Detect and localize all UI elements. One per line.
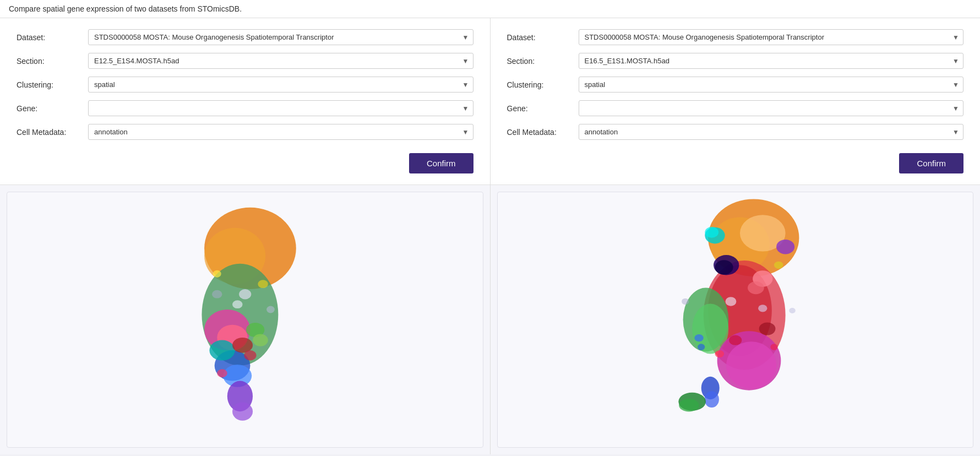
left-cell-metadata-select[interactable]: annotation: [88, 124, 473, 140]
svg-point-19: [258, 280, 268, 288]
left-clustering-select[interactable]: spatial: [88, 77, 473, 93]
right-section-label: Section:: [507, 57, 579, 66]
left-cell-metadata-row: Cell Metadata: annotation ▼: [17, 124, 473, 140]
left-section-label: Section:: [17, 57, 88, 66]
right-gene-select[interactable]: [579, 100, 964, 116]
left-section-select[interactable]: E12.5_E1S4.MOSTA.h5ad: [88, 53, 473, 69]
svg-point-43: [725, 297, 736, 306]
right-visualization-area: [497, 192, 974, 448]
left-gene-label: Gene:: [17, 104, 88, 113]
svg-point-15: [212, 290, 222, 298]
left-clustering-row: Clustering: spatial ▼: [17, 77, 473, 93]
svg-point-10: [253, 334, 268, 346]
right-clustering-select-wrapper: spatial ▼: [579, 77, 964, 93]
left-dataset-select-wrapper: STDS0000058 MOSTA: Mouse Organogenesis S…: [88, 29, 473, 45]
right-dataset-select[interactable]: STDS0000058 MOSTA: Mouse Organogenesis S…: [579, 29, 964, 45]
left-form-section: Dataset: STDS0000058 MOSTA: Mouse Organo…: [0, 18, 490, 185]
right-gene-select-wrapper: ▼: [579, 100, 964, 116]
svg-point-41: [759, 322, 775, 335]
left-clustering-label: Clustering:: [17, 80, 88, 89]
right-embryo-visualization: [622, 192, 849, 447]
svg-point-25: [705, 227, 718, 238]
right-dataset-label: Dataset:: [507, 33, 579, 42]
right-cell-metadata-row: Cell Metadata: annotation ▼: [507, 124, 964, 140]
left-dataset-label: Dataset:: [17, 33, 88, 42]
page-header: Compare spatial gene expression of two d…: [0, 0, 980, 18]
right-panel: Dataset: STDS0000058 MOSTA: Mouse Organo…: [491, 18, 981, 454]
svg-point-16: [266, 306, 275, 313]
left-cell-metadata-label: Cell Metadata:: [17, 128, 88, 137]
left-confirm-row: Confirm: [17, 148, 473, 176]
right-clustering-row: Clustering: spatial ▼: [507, 77, 964, 93]
page-title: Compare spatial gene expression of two d…: [9, 4, 242, 13]
left-dataset-row: Dataset: STDS0000058 MOSTA: Mouse Organo…: [17, 29, 473, 45]
left-section-select-wrapper: E12.5_E1S4.MOSTA.h5ad ▼: [88, 53, 473, 69]
svg-point-7: [209, 340, 235, 361]
right-dataset-select-wrapper: STDS0000058 MOSTA: Mouse Organogenesis S…: [579, 29, 964, 45]
right-cell-metadata-select-wrapper: annotation ▼: [579, 124, 964, 140]
svg-point-14: [232, 402, 253, 420]
svg-point-20: [213, 270, 221, 278]
svg-point-48: [694, 334, 704, 341]
left-panel: Dataset: STDS0000058 MOSTA: Mouse Organo…: [0, 18, 491, 454]
left-gene-row: Gene: ▼: [17, 100, 473, 116]
left-dataset-select[interactable]: STDS0000058 MOSTA: Mouse Organogenesis S…: [88, 29, 473, 45]
svg-point-40: [679, 399, 699, 411]
left-cell-metadata-select-wrapper: annotation ▼: [88, 124, 473, 140]
left-embryo-visualization: [143, 192, 347, 447]
svg-point-26: [776, 240, 794, 254]
right-gene-label: Gene:: [507, 104, 579, 113]
right-section-row: Section: E16.5_E1S1.MOSTA.h5ad ▼: [507, 53, 964, 69]
main-content: Dataset: STDS0000058 MOSTA: Mouse Organo…: [0, 18, 980, 454]
right-clustering-select[interactable]: spatial: [579, 77, 964, 93]
svg-point-12: [232, 300, 243, 308]
right-clustering-label: Clustering:: [507, 80, 579, 89]
svg-point-49: [698, 344, 705, 350]
svg-point-50: [682, 298, 689, 305]
right-dataset-row: Dataset: STDS0000058 MOSTA: Mouse Organo…: [507, 29, 964, 45]
svg-point-45: [774, 262, 783, 269]
svg-point-47: [770, 344, 777, 350]
right-cell-metadata-select[interactable]: annotation: [579, 124, 964, 140]
left-confirm-button[interactable]: Confirm: [409, 153, 473, 173]
svg-point-42: [729, 335, 742, 345]
left-section-row: Section: E12.5_E1S4.MOSTA.h5ad ▼: [17, 53, 473, 69]
right-form-section: Dataset: STDS0000058 MOSTA: Mouse Organo…: [491, 18, 981, 185]
left-gene-select-wrapper: ▼: [88, 100, 473, 116]
right-confirm-button[interactable]: Confirm: [899, 153, 963, 173]
right-confirm-row: Confirm: [507, 148, 964, 176]
svg-point-38: [704, 391, 718, 408]
right-section-select[interactable]: E16.5_E1S1.MOSTA.h5ad: [579, 53, 964, 69]
svg-point-51: [789, 308, 796, 313]
left-gene-select[interactable]: [88, 100, 473, 116]
svg-point-11: [239, 289, 251, 300]
svg-point-32: [726, 341, 776, 389]
svg-point-18: [217, 369, 227, 377]
svg-point-46: [715, 350, 724, 357]
left-clustering-select-wrapper: spatial ▼: [88, 77, 473, 93]
svg-point-36: [748, 281, 764, 294]
left-visualization-area: [7, 192, 483, 448]
right-cell-metadata-label: Cell Metadata:: [507, 128, 579, 137]
right-gene-row: Gene: ▼: [507, 100, 964, 116]
svg-point-44: [758, 305, 767, 312]
right-section-select-wrapper: E16.5_E1S1.MOSTA.h5ad ▼: [579, 53, 964, 69]
svg-point-17: [244, 350, 256, 361]
svg-point-34: [715, 260, 733, 274]
